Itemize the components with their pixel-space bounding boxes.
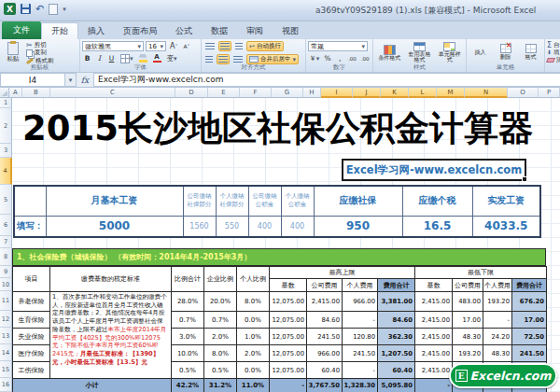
- calc-personal-fund-cell[interactable]: 400: [281, 216, 314, 237]
- calc-ss-due-cell[interactable]: 950: [314, 216, 402, 237]
- col-header-m[interactable]: M: [437, 88, 465, 98]
- ins-upper-total-cell[interactable]: 1,207.50: [378, 345, 415, 362]
- ins-ratio-total-cell[interactable]: 0.7%: [172, 312, 204, 329]
- calc-header-personal-ss[interactable]: 个人缴纳 社保部分: [216, 186, 248, 216]
- decrease-decimal-button[interactable]: .00: [359, 53, 371, 63]
- borders-button[interactable]: [119, 53, 135, 63]
- ins-header-lower-fee-total[interactable]: 费用合计: [512, 279, 547, 292]
- ins-item-cell[interactable]: 工伤保险: [13, 362, 50, 379]
- print-preview-icon[interactable]: [49, 4, 58, 15]
- ins-upper-personal-cell[interactable]: 120.80: [343, 329, 378, 345]
- ins-header-upper-company-fee[interactable]: 公司费用: [307, 279, 343, 292]
- sheet-main-title[interactable]: 2015长沙地区社保公积金计算器: [12, 104, 543, 154]
- ins-ratio-company-cell[interactable]: 0.7%: [204, 312, 237, 329]
- ins-subtotal-ratio-personal[interactable]: 11.0%: [237, 379, 270, 392]
- col-header-k[interactable]: K: [381, 88, 409, 98]
- row-header-1[interactable]: 1: [0, 98, 12, 108]
- ins-lower-base-cell[interactable]: 2,415.00: [415, 362, 453, 379]
- calc-header-tax-due[interactable]: 应缴个税: [402, 186, 472, 216]
- ins-item-cell[interactable]: 失业保险: [13, 329, 50, 345]
- ins-upper-total-cell[interactable]: 84.60: [378, 312, 415, 329]
- format-cells-button[interactable]: 格式: [519, 41, 542, 64]
- ins-lower-base-cell[interactable]: 2,415.00: [415, 345, 453, 362]
- row-header-16[interactable]: 16: [0, 378, 12, 392]
- clear-button[interactable]: 清除: [547, 56, 560, 63]
- undo-icon[interactable]: [35, 4, 44, 14]
- ins-ratio-personal-cell[interactable]: 0.0%: [237, 362, 270, 379]
- copy-button[interactable]: 复制: [26, 49, 54, 57]
- ins-item-cell[interactable]: 生育保险: [13, 312, 50, 329]
- section-header-social-insurance[interactable]: 1、社会保险费（城镇保险） （有效时间：2014年4月-2015年3月）: [12, 248, 546, 266]
- col-header-a[interactable]: A: [9, 88, 22, 98]
- ins-ratio-personal-cell[interactable]: 2.0%: [237, 345, 270, 362]
- ins-upper-company-cell[interactable]: 966.00: [307, 345, 343, 362]
- ins-ratio-total-cell[interactable]: 3.0%: [172, 329, 204, 345]
- ins-upper-company-cell[interactable]: 2,415.00: [307, 292, 343, 312]
- ins-upper-total-cell[interactable]: 3,381.00: [378, 292, 415, 312]
- tab-page-layout[interactable]: 页面布局: [114, 22, 166, 39]
- ins-lower-personal-cell[interactable]: -: [483, 312, 512, 329]
- tab-home[interactable]: 开始: [41, 22, 78, 39]
- row-header-5[interactable]: 5: [0, 185, 12, 215]
- col-header-e[interactable]: E: [208, 88, 240, 98]
- tab-file[interactable]: 文件: [2, 21, 41, 39]
- ins-header-upper-limit[interactable]: 最高上限: [270, 267, 415, 279]
- ins-subtotal-ratio-total[interactable]: 42.2%: [172, 379, 204, 392]
- ins-header-ratio-company[interactable]: 企业比例: [204, 267, 237, 292]
- ins-header-ratio-total[interactable]: 比例合计: [172, 267, 204, 292]
- ins-upper-company-cell[interactable]: 241.50: [307, 329, 343, 345]
- ins-lower-company-cell[interactable]: 193.20: [453, 345, 483, 362]
- ins-ratio-personal-cell[interactable]: 0.0%: [237, 312, 270, 329]
- ins-upper-base-cell[interactable]: 12,075.00: [270, 345, 307, 362]
- ins-standard-text-cell[interactable]: 1、首次参加工作和变动工作单位的缴费个人，应按新进单位首月全月工资性收入确定月缴…: [50, 292, 172, 379]
- ins-lower-base-cell[interactable]: 2,415.00: [415, 329, 453, 345]
- col-header-j[interactable]: J: [353, 88, 381, 98]
- ins-item-cell[interactable]: 养老保险: [13, 292, 50, 312]
- qat-dropdown-icon[interactable]: [63, 6, 66, 13]
- col-header-f[interactable]: F: [240, 88, 272, 98]
- col-header-n[interactable]: N: [465, 88, 508, 98]
- calc-header-ss-due[interactable]: 应缴社保: [314, 186, 402, 216]
- ins-subtotal-label[interactable]: 小计: [13, 379, 172, 392]
- ins-lower-total-cell[interactable]: 72.50: [512, 329, 547, 345]
- row-header-14[interactable]: 14: [0, 344, 12, 361]
- number-format-select[interactable]: 常规: [308, 41, 368, 51]
- row-header-13[interactable]: 13: [0, 328, 12, 344]
- underline-button[interactable]: U: [106, 53, 117, 63]
- ins-subtotal-ratio-company[interactable]: 31.2%: [204, 379, 237, 392]
- row-header-15[interactable]: 15: [0, 361, 12, 378]
- ins-upper-company-cell[interactable]: 84.60: [307, 312, 343, 329]
- ins-subtotal-upper-personal[interactable]: 1,328.30: [343, 379, 378, 392]
- insert-function-icon[interactable]: [77, 73, 93, 87]
- grow-font-button[interactable]: [168, 41, 179, 51]
- ins-lower-company-cell[interactable]: 483.00: [453, 292, 483, 312]
- ins-item-cell[interactable]: 医疗保险: [13, 345, 50, 362]
- insert-cells-button[interactable]: 插入: [469, 41, 492, 64]
- ins-ratio-company-cell[interactable]: 8.0%: [204, 345, 237, 362]
- ins-lower-personal-cell[interactable]: 24.20: [483, 329, 512, 345]
- percent-format-button[interactable]: %: [323, 53, 333, 63]
- ins-upper-base-cell[interactable]: 12,075.00: [270, 292, 307, 312]
- tab-review[interactable]: 审阅: [237, 22, 273, 39]
- ins-ratio-company-cell[interactable]: 0.5%: [204, 362, 237, 379]
- active-cell-website[interactable]: Excel学习网-www.excelcn.com: [342, 159, 526, 181]
- ins-upper-base-cell[interactable]: 12,075.00: [270, 329, 307, 345]
- conditional-formatting-button[interactable]: 条件格式: [375, 41, 403, 64]
- ins-subtotal-upper-base[interactable]: -: [270, 379, 307, 392]
- align-middle-button[interactable]: [218, 41, 231, 51]
- ins-lower-total-cell[interactable]: 676.20: [512, 292, 547, 312]
- calc-header-basic[interactable]: 月基本工资: [46, 186, 183, 216]
- ins-ratio-company-cell[interactable]: 2.0%: [204, 329, 237, 345]
- calc-header-company-ss[interactable]: 公司缴纳 社保部分: [183, 186, 216, 216]
- cell-styles-button[interactable]: 单元格样式: [436, 41, 464, 64]
- align-top-button[interactable]: [203, 41, 217, 51]
- col-header-g[interactable]: G: [272, 88, 303, 98]
- name-box[interactable]: I4: [0, 73, 65, 87]
- row-header-10[interactable]: 10: [0, 278, 12, 291]
- ins-header-standard[interactable]: 缴费基数的核定标准: [50, 267, 172, 292]
- ins-upper-personal-cell[interactable]: 966.00: [343, 292, 378, 312]
- row-header-7[interactable]: 7: [0, 236, 12, 248]
- ins-header-ratio-personal[interactable]: 个人比例: [237, 267, 270, 292]
- currency-format-button[interactable]: ￥: [308, 53, 321, 63]
- calc-company-fund-cell[interactable]: 400: [248, 216, 281, 237]
